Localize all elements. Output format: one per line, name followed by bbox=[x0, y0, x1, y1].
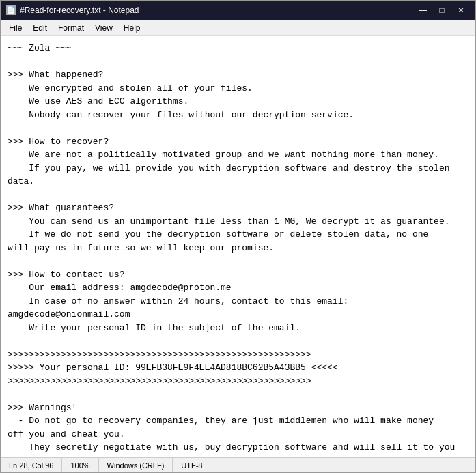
zoom-level: 100% bbox=[62, 458, 98, 472]
encoding: UTF-8 bbox=[173, 458, 210, 472]
menu-bar: File Edit Format View Help bbox=[1, 20, 475, 36]
close-button[interactable]: ✕ bbox=[452, 3, 470, 17]
window-controls: — □ ✕ bbox=[414, 3, 470, 17]
menu-file[interactable]: File bbox=[3, 22, 27, 34]
menu-edit[interactable]: Edit bbox=[27, 22, 53, 34]
minimize-button[interactable]: — bbox=[414, 3, 432, 17]
menu-help[interactable]: Help bbox=[118, 22, 146, 34]
status-bar: Ln 28, Col 96 100% Windows (CRLF) UTF-8 bbox=[1, 457, 475, 472]
title-bar: 📄 #Read-for-recovery.txt - Notepad — □ ✕ bbox=[1, 1, 475, 20]
window-title: #Read-for-recovery.txt - Notepad bbox=[20, 5, 139, 15]
title-bar-left: 📄 #Read-for-recovery.txt - Notepad bbox=[6, 5, 139, 15]
line-ending: Windows (CRLF) bbox=[99, 458, 173, 472]
menu-view[interactable]: View bbox=[89, 22, 118, 34]
cursor-position: Ln 28, Col 96 bbox=[1, 458, 62, 472]
app-icon: 📄 bbox=[6, 5, 16, 15]
text-editor-area[interactable]: ~~~ Zola ~~~ >>> What happened? We encry… bbox=[1, 36, 475, 457]
document-text: ~~~ Zola ~~~ >>> What happened? We encry… bbox=[8, 42, 468, 457]
notepad-window: 📄 #Read-for-recovery.txt - Notepad — □ ✕… bbox=[0, 0, 476, 473]
maximize-button[interactable]: □ bbox=[433, 3, 451, 17]
menu-format[interactable]: Format bbox=[53, 22, 89, 34]
